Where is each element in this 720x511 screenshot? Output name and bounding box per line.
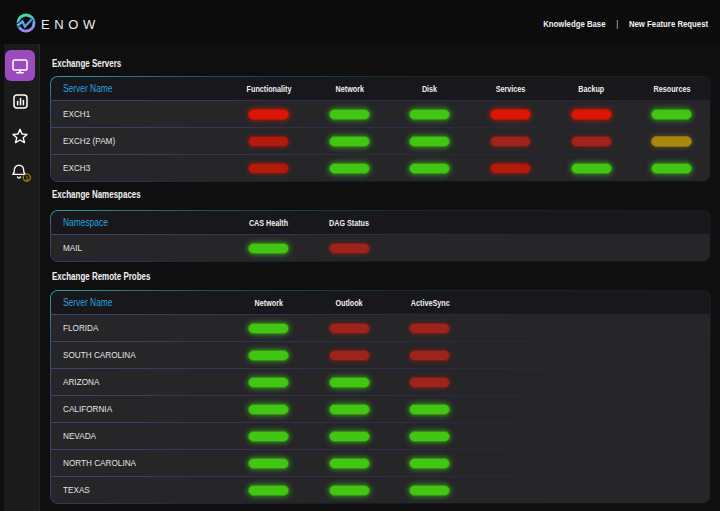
svg-text:1: 1 — [25, 174, 29, 181]
